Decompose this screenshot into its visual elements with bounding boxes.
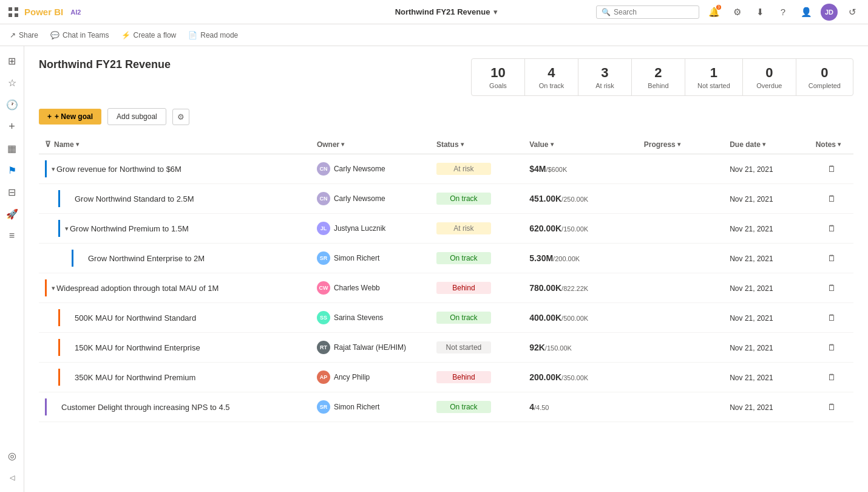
expand-icon[interactable]: ▾ [52, 284, 55, 292]
summary-card-goals[interactable]: 10 Goals [472, 59, 525, 95]
expand-icon[interactable]: ▾ [52, 165, 55, 173]
col-header-value[interactable]: Value ▾ [523, 135, 638, 154]
goal-name[interactable]: 350K MAU for Northwind Premium [75, 373, 195, 382]
dropdown-icon[interactable]: ▾ [493, 7, 498, 16]
summary-card-overdue[interactable]: 0 Overdue [743, 59, 796, 95]
notes-icon[interactable]: 🗒 [827, 224, 836, 233]
value-sub: /4.50 [534, 404, 549, 411]
owner-avatar: RT [317, 341, 330, 354]
notes-icon[interactable]: 🗒 [827, 194, 836, 203]
table-row[interactable]: ▾ Grow Northwind Premium to 1.5M JL Just… [39, 214, 853, 244]
row-notes-cell[interactable]: 🗒 [810, 303, 853, 333]
row-status-cell: On track [430, 392, 523, 422]
status-badge[interactable]: Behind [436, 371, 491, 383]
goal-name[interactable]: Grow revenue for Northwind to $6M [56, 165, 181, 174]
sidebar-item-goals[interactable]: ⚑ [2, 160, 22, 180]
table-row[interactable]: 500K MAU for Northwind Standard SS Sarin… [39, 303, 853, 333]
download-button[interactable]: ⬇ [751, 4, 768, 21]
expand-icon[interactable]: ▾ [65, 225, 69, 233]
share-button[interactable]: ↗ Share [10, 31, 38, 39]
goal-name[interactable]: Grow Northwind Standard to 2.5M [75, 194, 194, 203]
summary-card-ontrack[interactable]: 4 On track [525, 59, 578, 95]
settings-button[interactable]: ⚙ [728, 4, 745, 21]
summary-card-atrisk[interactable]: 3 At risk [578, 59, 632, 95]
table-row[interactable]: Grow Northwind Standard to 2.5M CN Carly… [39, 184, 853, 214]
status-badge[interactable]: Behind [436, 282, 491, 294]
search-input[interactable] [614, 8, 694, 16]
sidebar-item-create[interactable]: + [2, 117, 22, 136]
col-header-notes[interactable]: Notes ▾ [810, 135, 853, 154]
row-notes-cell[interactable]: 🗒 [810, 333, 853, 363]
account-button[interactable]: 👤 [798, 4, 815, 21]
chat-in-teams-button[interactable]: 💬 Chat in Teams [50, 31, 109, 39]
sidebar-item-metrics[interactable]: ⊟ [2, 182, 22, 202]
sidebar-item-recent[interactable]: 🕐 [2, 95, 22, 114]
goal-name[interactable]: Grow Northwind Premium to 1.5M [70, 224, 189, 233]
sidebar-item-learn[interactable]: 🚀 [2, 204, 22, 224]
notifications-button[interactable]: 🔔 3 [705, 4, 722, 21]
row-notes-cell[interactable]: 🗒 [810, 154, 853, 184]
refresh-icon[interactable]: ↺ [844, 4, 861, 21]
sidebar-item-apps[interactable]: ▦ [2, 138, 22, 158]
status-badge[interactable]: At risk [436, 222, 491, 234]
row-progress-cell [638, 214, 724, 244]
col-header-status[interactable]: Status ▾ [430, 135, 523, 154]
row-notes-cell[interactable]: 🗒 [810, 363, 853, 392]
col-header-duedate[interactable]: Due date ▾ [724, 135, 809, 154]
notes-icon[interactable]: 🗒 [827, 313, 836, 323]
goal-name[interactable]: Customer Delight through increasing NPS … [61, 403, 229, 412]
table-row[interactable]: 350K MAU for Northwind Premium AP Ancy P… [39, 363, 853, 392]
status-badge[interactable]: On track [436, 252, 491, 264]
goal-name[interactable]: Widespread adoption through total MAU of… [56, 284, 219, 293]
sidebar-item-home[interactable]: ⊞ [2, 51, 22, 70]
status-badge[interactable]: On track [436, 401, 491, 413]
value-main: 780.00K [529, 283, 561, 293]
col-header-owner[interactable]: Owner ▾ [311, 135, 430, 154]
row-notes-cell[interactable]: 🗒 [810, 273, 853, 303]
search-box[interactable]: 🔍 [596, 5, 699, 19]
summary-card-notstarted[interactable]: 1 Not started [685, 59, 743, 95]
table-row[interactable]: 150K MAU for Northwind Enterprise RT Raj… [39, 333, 853, 363]
row-progress-cell [638, 184, 724, 214]
col-header-progress[interactable]: Progress ▾ [638, 135, 724, 154]
sidebar-item-workspaces[interactable]: ◎ [2, 446, 22, 465]
table-row[interactable]: ▾ Grow revenue for Northwind to $6M CN C… [39, 154, 853, 184]
goal-name[interactable]: 150K MAU for Northwind Enterprise [75, 343, 200, 352]
table-row[interactable]: Customer Delight through increasing NPS … [39, 392, 853, 422]
notes-icon[interactable]: 🗒 [827, 372, 836, 382]
status-badge[interactable]: Not started [436, 341, 491, 354]
notes-icon[interactable]: 🗒 [827, 283, 836, 293]
goal-name[interactable]: 500K MAU for Northwind Standard [75, 313, 196, 323]
notes-icon[interactable]: 🗒 [827, 343, 836, 352]
user-avatar[interactable]: JD [821, 4, 838, 21]
status-badge[interactable]: On track [436, 193, 491, 205]
goal-name[interactable]: Grow Northwind Enterprise to 2M [88, 254, 205, 263]
row-notes-cell[interactable]: 🗒 [810, 244, 853, 273]
notes-icon[interactable]: 🗒 [827, 402, 836, 412]
notes-icon[interactable]: 🗒 [827, 164, 836, 174]
table-row[interactable]: ▾ Widespread adoption through total MAU … [39, 273, 853, 303]
read-mode-button[interactable]: 📄 Read mode [188, 31, 238, 39]
summary-card-behind[interactable]: 2 Behind [632, 59, 685, 95]
add-subgoal-button[interactable]: Add subgoal [107, 108, 166, 125]
row-notes-cell[interactable]: 🗒 [810, 214, 853, 244]
status-badge[interactable]: At risk [436, 163, 491, 175]
row-name-cell: Grow Northwind Standard to 2.5M [39, 184, 311, 214]
help-button[interactable]: ? [775, 4, 792, 21]
sidebar-item-browse[interactable]: ≡ [2, 226, 22, 245]
row-notes-cell[interactable]: 🗒 [810, 392, 853, 422]
app-grid-icon[interactable] [7, 6, 19, 18]
svg-rect-2 [8, 13, 12, 17]
create-flow-button[interactable]: ⚡ Create a flow [121, 31, 177, 39]
status-badge[interactable]: On track [436, 312, 491, 324]
new-goal-button[interactable]: + + New goal [39, 109, 101, 125]
summary-card-completed[interactable]: 0 Completed [796, 59, 853, 95]
sidebar-item-favorites[interactable]: ☆ [2, 73, 22, 92]
table-row[interactable]: Grow Northwind Enterprise to 2M SR Simon… [39, 244, 853, 273]
table-settings-button[interactable]: ⚙ [172, 109, 189, 125]
value-main: 92K [529, 343, 545, 352]
notes-icon[interactable]: 🗒 [827, 253, 836, 263]
sidebar-collapse-button[interactable]: ◁ [2, 468, 22, 487]
col-header-name[interactable]: ⊽ Name ▾ [39, 135, 311, 154]
row-notes-cell[interactable]: 🗒 [810, 184, 853, 214]
